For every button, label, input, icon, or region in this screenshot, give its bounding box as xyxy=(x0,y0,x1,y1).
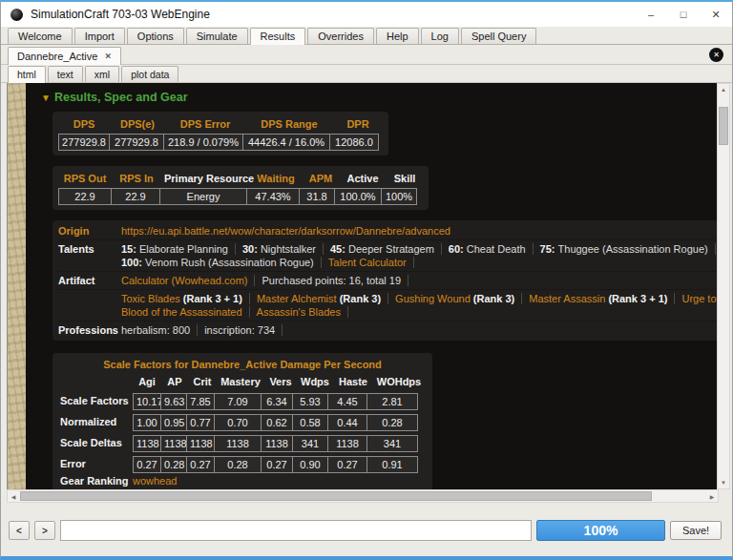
scale-table-title: Scale Factors for Dannebre_Active Damage… xyxy=(60,359,425,370)
scale-deltas-label: Scale Deltas xyxy=(60,437,133,448)
error-values: 0.270.280.270.280.270.900.270.91 xyxy=(133,456,418,473)
vertical-scrollbar[interactable]: ▲ ▼ xyxy=(717,83,730,489)
tab-options[interactable]: Options xyxy=(127,28,184,44)
horizontal-scroll-thumb[interactable] xyxy=(20,491,652,501)
scale-factors-table: Scale Factors for Dannebre_Active Damage… xyxy=(52,353,432,489)
dps-table: DPSDPS(e)DPS ErrorDPS RangeDPR 277929.82… xyxy=(52,112,388,156)
error-label: Error xyxy=(60,458,133,469)
scale-factors-label: Scale Factors xyxy=(60,395,133,406)
professions-row: Professions herbalism: 800inscription: 7… xyxy=(58,321,719,339)
horizontal-scrollbar[interactable]: ◀ ▶ xyxy=(7,489,719,503)
result-tab-dannebre-active[interactable]: Dannebre_Active ✕ xyxy=(8,47,121,65)
talents-row: Talents 15: Elaborate Planning30: Nights… xyxy=(58,240,719,272)
scroll-up-icon[interactable]: ▲ xyxy=(718,84,729,95)
scroll-down-icon[interactable]: ▼ xyxy=(718,477,729,488)
talents-line-2[interactable]: 100: Venom Rush (Assassination Rogue)Tal… xyxy=(121,256,719,269)
gear-ranking-row: Gear Ranking wowhead xyxy=(60,475,425,487)
rps-header-row: RPS OutRPS InPrimary ResourceWaitingAPMA… xyxy=(58,171,423,186)
tab-help[interactable]: Help xyxy=(376,28,419,44)
scale-deltas-row: Scale Deltas 113811381138113811383411138… xyxy=(60,433,425,452)
collapse-arrow-icon: ▼ xyxy=(41,93,51,103)
artifact-traits-line-1[interactable]: Toxic Blades (Rank 3 + 1)Master Alchemis… xyxy=(121,292,719,305)
report-document: ▼Results, Spec and Gear DPSDPS(e)DPS Err… xyxy=(26,83,719,489)
scale-header-row: AgiAPCritMasteryVersWdpsHasteWOHdps xyxy=(60,374,425,389)
app-icon xyxy=(10,9,23,21)
result-tab-label: Dannebre_Active xyxy=(17,51,97,62)
main-tab-bar: Welcome Import Options Simulate Results … xyxy=(1,27,732,45)
normalized-row: Normalized 1.000.950.770.700.620.580.440… xyxy=(60,412,425,431)
gear-ranking-label: Gear Ranking xyxy=(60,475,133,487)
origin-label: Origin xyxy=(58,224,121,238)
artifact-calculator-line[interactable]: Calculator (Wowhead.com)Purchased points… xyxy=(121,274,719,287)
app-window: SimulationCraft 703-03 WebEngine – □ ✕ W… xyxy=(0,0,733,560)
pane-close-icon: ✕ xyxy=(713,51,720,59)
talents-line-1: 15: Elaborate Planning30: Nightstalker45… xyxy=(121,242,719,256)
scale-column-headers: AgiAPCritMasteryVersWdpsHasteWOHdps xyxy=(133,374,425,389)
status-bar: < > 100% Save! xyxy=(1,503,732,556)
view-tab-bar: html text xml plot data xyxy=(1,65,732,83)
back-button[interactable]: < xyxy=(9,521,30,540)
professions-values: herbalism: 800inscription: 734 xyxy=(121,323,719,337)
view-tab-text[interactable]: text xyxy=(48,66,83,82)
artifact-label: Artifact xyxy=(58,274,121,287)
scroll-right-icon[interactable]: ▶ xyxy=(706,490,718,502)
progress-bar: 100% xyxy=(536,520,665,541)
minimize-icon[interactable]: – xyxy=(635,3,667,26)
vertical-scroll-thumb[interactable] xyxy=(719,107,728,145)
talents-label: Talents xyxy=(58,242,121,269)
report-pane: ▼Results, Spec and Gear DPSDPS(e)DPS Err… xyxy=(1,83,732,503)
origin-link[interactable]: https://eu.api.battle.net/wow/character/… xyxy=(121,225,450,237)
tab-close-icon[interactable]: ✕ xyxy=(104,52,112,61)
url-input[interactable] xyxy=(60,520,532,541)
normalized-label: Normalized xyxy=(60,416,133,427)
professions-label: Professions xyxy=(58,323,121,337)
character-details-table: Origin https://eu.api.battle.net/wow/cha… xyxy=(52,220,719,341)
section-title: Results, Spec and Gear xyxy=(54,91,188,104)
normalized-values: 1.000.950.770.700.620.580.440.28 xyxy=(133,414,418,431)
origin-row: Origin https://eu.api.battle.net/wow/cha… xyxy=(58,222,719,240)
window-title: SimulationCraft 703-03 WebEngine xyxy=(31,8,635,21)
result-tab-bar: Dannebre_Active ✕ ✕ xyxy=(1,45,732,65)
view-tab-plot-data[interactable]: plot data xyxy=(121,66,178,82)
save-button[interactable]: Save! xyxy=(670,521,722,540)
artifact-traits-line-2[interactable]: Blood of the AssassinatedAssassin's Blad… xyxy=(121,305,719,319)
artifact-row: Artifact Calculator (Wowhead.com)Purchas… xyxy=(58,272,719,290)
error-row: Error 0.270.280.270.280.270.900.270.91 xyxy=(60,454,425,473)
dps-value-row: 277929.8277929.8218.9 / 0.079%44426.4 / … xyxy=(58,134,383,151)
scroll-left-icon[interactable]: ◀ xyxy=(8,490,19,502)
tab-import[interactable]: Import xyxy=(74,28,125,44)
artifact-traits-label-spacer xyxy=(58,292,121,319)
maximize-icon[interactable]: □ xyxy=(667,3,700,26)
view-tab-html[interactable]: html xyxy=(8,66,46,83)
gear-ranking-link[interactable]: wowhead xyxy=(133,475,177,487)
tab-results[interactable]: Results xyxy=(250,28,306,45)
tab-spell-query[interactable]: Spell Query xyxy=(461,28,536,44)
section-header[interactable]: ▼Results, Spec and Gear xyxy=(41,91,719,104)
scale-deltas-values: 113811381138113811383411138341 xyxy=(133,435,418,452)
scale-factors-row: Scale Factors 10.179.637.857.096.345.934… xyxy=(60,391,425,410)
dps-header-row: DPSDPS(e)DPS ErrorDPS RangeDPR xyxy=(58,116,383,132)
tab-simulate[interactable]: Simulate xyxy=(186,28,248,44)
pane-close-button[interactable]: ✕ xyxy=(709,48,723,62)
artifact-traits-row: Toxic Blades (Rank 3 + 1)Master Alchemis… xyxy=(58,290,719,321)
rps-value-row: 22.922.9Energy47.43%31.8100.0%100% xyxy=(58,188,423,205)
tab-welcome[interactable]: Welcome xyxy=(8,28,73,44)
tab-log[interactable]: Log xyxy=(421,28,459,44)
tab-overrides[interactable]: Overrides xyxy=(307,28,374,44)
title-bar: SimulationCraft 703-03 WebEngine – □ ✕ xyxy=(1,2,732,27)
scale-factors-values: 10.179.637.857.096.345.934.452.81 xyxy=(133,393,418,410)
rps-table: RPS OutRPS InPrimary ResourceWaitingAPMA… xyxy=(52,166,429,210)
report-parchment-border xyxy=(7,83,26,489)
forward-button[interactable]: > xyxy=(34,521,55,540)
view-tab-xml[interactable]: xml xyxy=(85,66,119,82)
close-icon[interactable]: ✕ xyxy=(700,3,732,26)
